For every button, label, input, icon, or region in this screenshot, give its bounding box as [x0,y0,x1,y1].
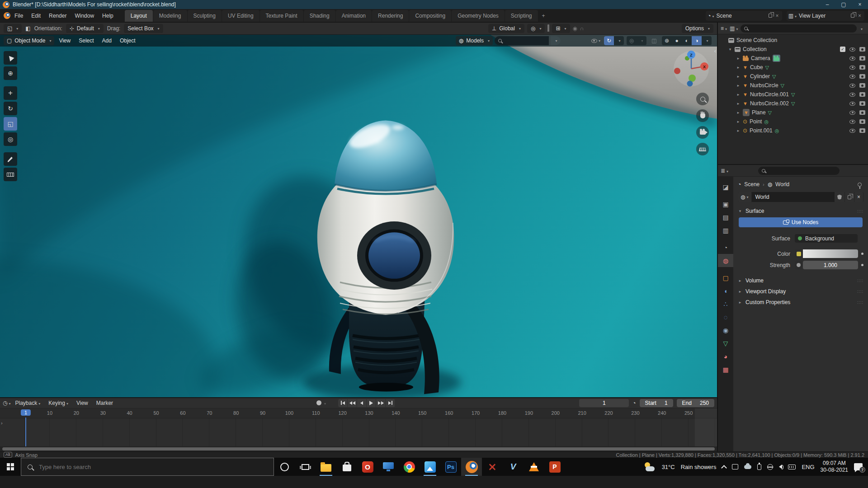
annotate-tool[interactable] [4,152,17,166]
remote-desktop-button[interactable] [378,458,399,476]
viewport-menu-view[interactable]: View [55,36,74,45]
tab-output[interactable]: ▤ [718,211,733,224]
tool-settings-icon[interactable]: ◧ [25,26,30,31]
pin-icon[interactable] [858,183,862,187]
expander-icon[interactable]: ▸ [736,101,741,106]
scale-tool[interactable]: ◱ [4,117,17,131]
camera-data-icon[interactable] [773,55,780,62]
unlink-world-button[interactable]: × [854,192,863,202]
auto-keying-record-button[interactable] [316,400,321,405]
color-swatch[interactable] [803,249,858,258]
properties-search-input[interactable] [758,167,840,175]
weather-temp[interactable]: 31°C [662,464,675,470]
tab-constraints[interactable]: ◉ [718,324,733,337]
tray-expand-icon[interactable] [722,465,727,471]
mode-dropdown[interactable]: ▢ Object Mode [4,36,54,45]
expander-icon[interactable]: ▾ [728,47,732,52]
marker-menu[interactable]: Marker [93,399,117,408]
weather-text[interactable]: Rain showers [681,464,717,470]
orientation-dropdown[interactable]: ⊹Default [66,24,104,33]
scene-crumb[interactable]: Scene [744,181,760,188]
taskbar-search-input[interactable] [38,463,267,471]
current-frame-field[interactable]: 1 [579,399,629,407]
sidebar-collapse-arrow[interactable]: ‹ [714,47,716,54]
show-overlays-toggle[interactable]: ◎ [627,36,637,45]
tab-compositing[interactable]: Compositing [409,10,451,22]
outliner-display-mode-dropdown[interactable]: ≡ [721,26,727,31]
hide-viewport-toggle[interactable] [849,56,855,61]
outliner-row-nurbscircle-001[interactable]: ▸ ▼ NurbsCircle.001 ▽ [718,90,868,99]
playback-menu[interactable]: Playback [12,399,44,408]
jump-to-start-button[interactable] [338,399,348,407]
panel-grip-icon[interactable]: :::: [857,289,863,294]
play-button[interactable] [367,399,376,407]
tab-modeling[interactable]: Modeling [153,10,187,22]
expander-icon[interactable]: ▸ [736,110,741,115]
viewport-3d[interactable]: ▢ Object Mode View Select Add Object ◍ M… [0,35,717,397]
outliner-row-point[interactable]: ▸ ⊙ Point ◎ [718,117,868,126]
tab-texture-paint[interactable]: Texture Paint [260,10,303,22]
stopwatch-icon[interactable]: ◔ [632,400,636,406]
fake-user-button[interactable] [835,192,845,202]
new-world-button[interactable] [845,192,854,202]
close-button[interactable]: × [852,0,868,9]
menu-render[interactable]: Render [45,11,71,21]
shading-dropdown[interactable] [702,36,712,45]
hide-viewport-toggle[interactable] [849,129,855,133]
tab-uv-editing[interactable]: UV Editing [222,10,259,22]
scrollbar-thumb[interactable] [2,447,715,450]
move-tool[interactable]: + [4,86,17,100]
panel-grip-icon[interactable]: :::: [857,278,863,283]
tab-sculpting[interactable]: Sculpting [188,10,222,22]
disable-render-toggle[interactable] [859,56,865,61]
jump-to-end-button[interactable] [386,399,395,407]
new-view-layer-button[interactable] [851,14,854,18]
active-tool-dropdown[interactable]: ◱ [4,24,22,33]
screen-clip-icon[interactable] [732,464,738,469]
maximize-button[interactable]: ▢ [835,0,852,9]
asset-search-options[interactable] [551,36,561,45]
surface-panel-header[interactable]: ▾ Surface :::: [738,206,863,216]
disable-render-toggle[interactable] [859,65,865,70]
pivot-point-dropdown[interactable]: ◎ [527,24,545,33]
outliner-row-point-001[interactable]: ▸ ⊙ Point.001 ◎ [718,126,868,135]
keying-menu[interactable]: Keying [45,399,72,408]
network-icon[interactable] [767,464,773,470]
timeline-editor-type-icon[interactable]: ◷ [3,400,11,406]
shading-rendered-button[interactable]: ◑ [692,36,702,45]
outliner-row-camera[interactable]: ▸ Camera [718,54,868,63]
timeline-expand-arrow[interactable]: › [1,420,3,426]
drag-dropdown[interactable]: Select Box [124,24,163,33]
blender-menu-icon[interactable] [4,12,10,19]
menu-window[interactable]: Window [71,11,98,21]
timeline-scrollbar[interactable] [0,446,717,451]
asset-search-input[interactable] [495,36,549,45]
snap-settings-dropdown[interactable]: ⊞ [552,24,570,33]
expander-icon[interactable]: ▸ [736,119,741,124]
disable-render-toggle[interactable] [859,110,865,115]
browse-world-dropdown[interactable]: ◍ [738,192,752,202]
microsoft-store-button[interactable] [336,458,357,476]
gizmo-axis-x-neg[interactable] [674,68,680,74]
outliner-filter-icon[interactable]: ▥ [730,26,738,31]
disable-render-toggle[interactable] [859,101,865,106]
menu-file[interactable]: File [10,11,27,21]
animate-color-dot[interactable] [861,253,863,255]
tab-material[interactable]: ◕ [718,350,733,363]
navigation-gizmo[interactable]: Z X [671,48,712,89]
collection-checkbox[interactable]: ✓ [840,47,845,52]
world-crumb[interactable]: World [775,181,789,188]
onedrive-icon[interactable] [744,465,751,469]
tab-tool[interactable]: ◪ [718,180,733,193]
tab-shading[interactable]: Shading [304,10,335,22]
animate-strength-dot[interactable] [861,264,863,266]
cursor-tool[interactable]: ⊕ [4,66,17,80]
color-socket[interactable] [795,249,802,258]
select-box-tool[interactable] [4,51,17,65]
tab-view-layer[interactable]: ▥ [718,224,733,237]
expander-icon[interactable]: ▸ [736,56,741,61]
outliner-search-input[interactable] [741,24,857,33]
usb-icon[interactable] [757,464,761,470]
outliner-row-nurbscircle[interactable]: ▸ ▼ NurbsCircle ▽ [718,81,868,90]
weather-icon[interactable] [643,462,656,471]
